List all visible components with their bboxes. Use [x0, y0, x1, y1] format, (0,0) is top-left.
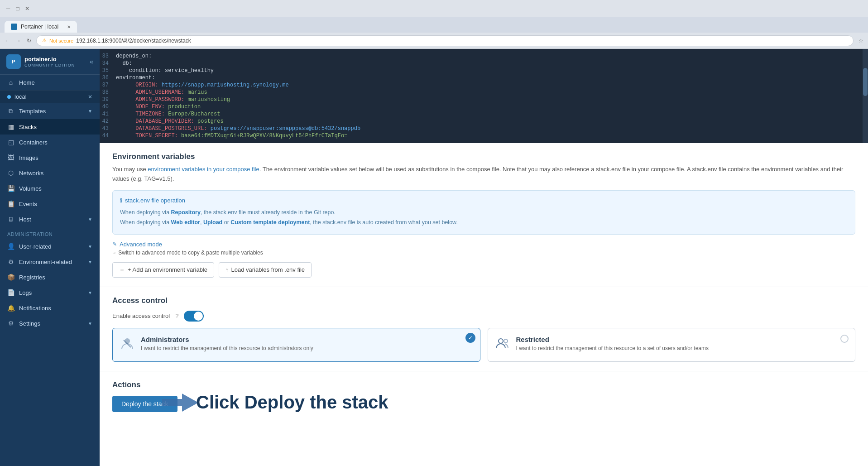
sidebar-item-stacks[interactable]: ▦ Stacks — [0, 119, 100, 135]
sidebar-item-logs[interactable]: 📄 Logs ▼ — [0, 285, 100, 300]
add-env-var-button[interactable]: ＋ + Add an environment variable — [112, 262, 214, 278]
admin-card-desc: I want to restrict the management of thi… — [141, 345, 313, 351]
tab-favicon — [11, 24, 17, 30]
help-icon[interactable]: ? — [175, 312, 178, 319]
settings-chevron-icon: ▼ — [88, 321, 92, 326]
content-area: 33 depends_on: 34 db: 35 condition: serv… — [100, 49, 868, 466]
minimize-button[interactable]: ─ — [5, 5, 12, 12]
svg-point-5 — [504, 339, 508, 343]
user-chevron-icon: ▼ — [88, 244, 92, 249]
restricted-card[interactable]: Restricted I want to restrict the manage… — [488, 328, 856, 362]
advanced-mode-sub-text: Switch to advanced mode to copy & paste … — [118, 250, 263, 256]
sidebar-item-events[interactable]: 📋 Events — [0, 196, 100, 211]
sidebar-item-user-related[interactable]: 👤 User-related ▼ — [0, 239, 100, 254]
browser-chrome: ─ □ ✕ — [0, 0, 868, 17]
scrollbar[interactable] — [863, 49, 868, 143]
logo-icon: P — [6, 54, 21, 69]
sidebar-stacks-label: Stacks — [19, 124, 37, 130]
sidebar-env-related-label: Environment-related — [19, 259, 72, 265]
access-control-title: Access control — [112, 296, 855, 305]
advanced-mode-toggle[interactable]: ✎ Advanced mode — [112, 241, 855, 248]
sidebar-collapse-icon[interactable]: « — [90, 58, 93, 65]
sidebar-item-settings[interactable]: ⚙ Settings ▼ — [0, 316, 100, 331]
restricted-radio[interactable] — [840, 335, 849, 343]
web-editor-link[interactable]: Web editor — [171, 219, 200, 226]
info-box: ℹ stack.env file operation When deployin… — [112, 190, 855, 235]
access-cards: Administrators I want to restrict the ma… — [112, 328, 855, 362]
access-control-toggle[interactable] — [184, 311, 204, 322]
sidebar-item-networks[interactable]: ⬡ Networks — [0, 165, 100, 181]
load-vars-button[interactable]: ↑ Load variables from .env file — [219, 262, 312, 278]
sidebar-item-templates[interactable]: ⧉ Templates ▼ — [0, 103, 100, 119]
sidebar-logs-label: Logs — [19, 289, 32, 296]
access-control-section: Access control Enable access control ? — [100, 287, 868, 371]
back-button[interactable]: ← — [4, 37, 11, 44]
sidebar: P portainer.io COMMUNITY EDITION « ⌂ Hom… — [0, 49, 100, 466]
info-line-2: When deploying via Web editor, Upload or… — [120, 217, 848, 228]
env-variables-section: Environment variables You may use enviro… — [100, 143, 868, 287]
sidebar-item-images[interactable]: 🖼 Images — [0, 150, 100, 165]
app-container: P portainer.io COMMUNITY EDITION « ⌂ Hom… — [0, 49, 868, 466]
custom-template-link[interactable]: Custom template deployment — [230, 219, 310, 226]
tab-close-icon[interactable]: ✕ — [67, 24, 71, 29]
sidebar-item-env-related[interactable]: ⚙ Environment-related ▼ — [0, 254, 100, 269]
load-vars-label: Load variables from .env file — [231, 266, 305, 273]
arrow-icon — [162, 391, 198, 414]
sidebar-volumes-label: Volumes — [19, 185, 42, 192]
code-line-38: 38 ADMIN_USERNAME: marius — [100, 89, 868, 96]
forward-button[interactable]: → — [14, 37, 22, 44]
restricted-card-text: Restricted I want to restrict the manage… — [516, 336, 709, 351]
info-icon: ℹ — [120, 197, 122, 204]
env-section-desc: You may use environment variables in you… — [112, 165, 855, 184]
sidebar-item-registries[interactable]: 📦 Registries — [0, 269, 100, 285]
maximize-button[interactable]: □ — [14, 5, 21, 12]
logo-edition: COMMUNITY EDITION — [24, 63, 75, 67]
upload-link[interactable]: Upload — [203, 219, 222, 226]
sidebar-item-volumes[interactable]: 💾 Volumes — [0, 181, 100, 196]
svg-point-2 — [125, 338, 130, 344]
repository-link[interactable]: Repository — [171, 209, 201, 216]
code-editor[interactable]: 33 depends_on: 34 db: 35 condition: serv… — [100, 49, 868, 143]
sidebar-item-notifications[interactable]: 🔔 Notifications — [0, 300, 100, 316]
code-line-40: 40 NODE_ENV: production — [100, 103, 868, 110]
user-icon: 👤 — [7, 243, 14, 250]
sidebar-notifications-label: Notifications — [19, 305, 51, 312]
env-related-icon: ⚙ — [7, 258, 14, 265]
sidebar-item-home[interactable]: ⌂ Home — [0, 75, 100, 90]
toggle-knob — [194, 312, 203, 321]
window-controls[interactable]: ─ □ ✕ — [5, 5, 31, 12]
reload-button[interactable]: ↻ — [25, 37, 33, 44]
registries-icon: 📦 — [7, 274, 14, 281]
stacks-icon: ▦ — [7, 123, 14, 130]
env-related-chevron-icon: ▼ — [88, 259, 92, 264]
sidebar-item-containers[interactable]: ◱ Containers — [0, 135, 100, 150]
browser-tab[interactable]: Portainer | local ✕ — [5, 21, 77, 33]
env-section-title: Environment variables — [112, 152, 855, 161]
sidebar-header: P portainer.io COMMUNITY EDITION « — [0, 49, 100, 75]
events-icon: 📋 — [7, 200, 14, 207]
address-input[interactable]: ⚠ Not secure 192.168.1.18:9000/#!/2/dock… — [36, 35, 854, 46]
security-icon: ⚠ — [42, 38, 47, 43]
logs-chevron-icon: ▼ — [88, 290, 92, 295]
code-line-37: 37 ORIGIN: https://snapp.mariushosting.s… — [100, 82, 868, 89]
env-close-icon[interactable]: ✕ — [88, 94, 92, 100]
arrow-annotation: Click Deploy the stack — [162, 391, 388, 414]
sidebar-item-host[interactable]: 🖥 Host ▼ — [0, 211, 100, 227]
toggle-label: Enable access control — [112, 312, 170, 319]
sidebar-registries-label: Registries — [19, 274, 45, 281]
logo-brand: portainer.io — [24, 56, 75, 63]
sidebar-templates-label: Templates — [19, 108, 46, 115]
sidebar-images-label: Images — [19, 154, 38, 161]
scrollbar-thumb[interactable] — [863, 68, 868, 96]
admin-card-text: Administrators I want to restrict the ma… — [141, 336, 313, 351]
admin-section-label: Administration — [0, 227, 100, 239]
code-line-35: 35 condition: service_healthy — [100, 67, 868, 74]
code-line-39: 39 ADMIN_PASSWORD: mariushosting — [100, 96, 868, 103]
bookmark-button[interactable]: ☆ — [857, 37, 864, 44]
close-button[interactable]: ✕ — [24, 5, 31, 12]
env-variables-link[interactable]: environment variables in your compose fi… — [148, 166, 259, 173]
actions-section: Actions Deploy the stack Click Deploy th… — [100, 371, 868, 430]
sidebar-events-label: Events — [19, 201, 37, 207]
address-bar: ← → ↻ ⚠ Not secure 192.168.1.18:9000/#!/… — [0, 33, 868, 49]
admin-card[interactable]: Administrators I want to restrict the ma… — [112, 328, 480, 362]
